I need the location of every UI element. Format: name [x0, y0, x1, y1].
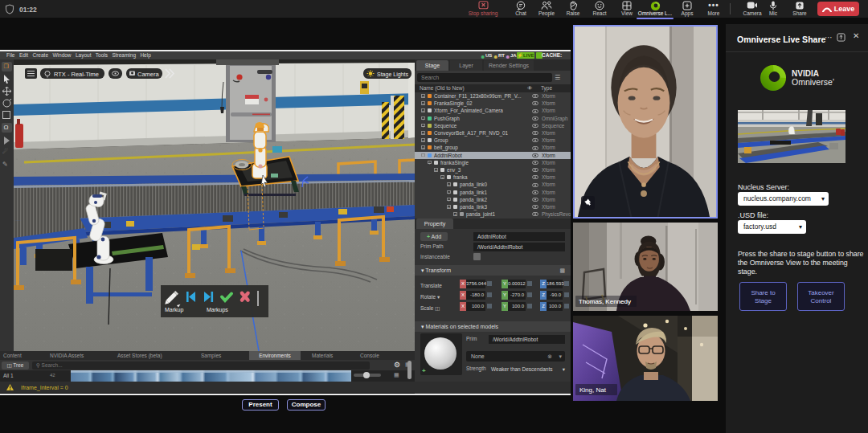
svg-text:NVIDIA: NVIDIA	[792, 69, 819, 78]
svg-text:Markups: Markups	[207, 307, 228, 313]
svg-text:Thomas, Kennedy: Thomas, Kennedy	[579, 298, 631, 305]
svg-text:Stage Lights: Stage Lights	[377, 71, 408, 78]
svg-text:Camera: Camera	[137, 71, 160, 78]
svg-text:RTX - Real-Time: RTX - Real-Time	[54, 71, 99, 78]
svg-text:Omniverse’: Omniverse’	[792, 77, 834, 87]
svg-text:Markup: Markup	[165, 307, 183, 313]
svg-text:King, Nat: King, Nat	[579, 386, 607, 394]
